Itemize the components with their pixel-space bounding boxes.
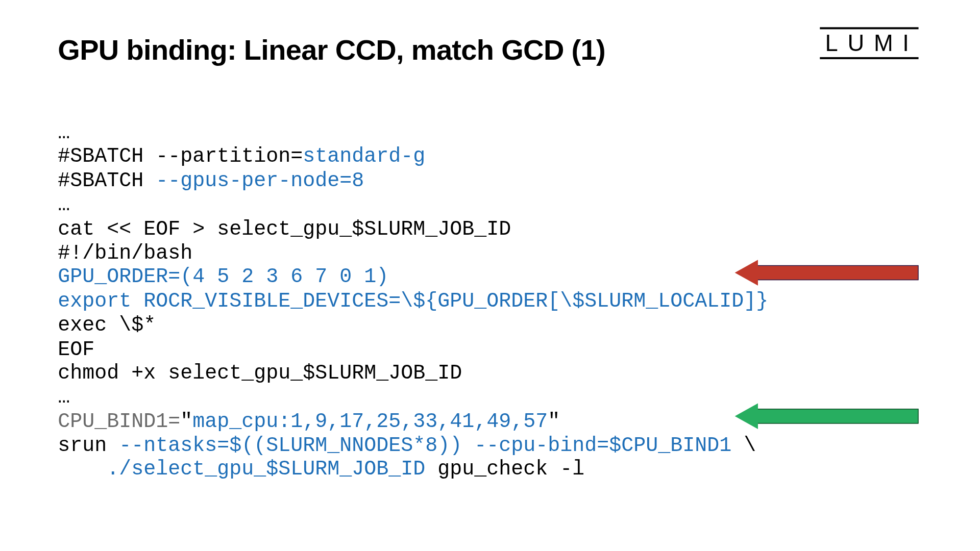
arrow-red-icon xyxy=(735,260,919,286)
lumi-logo: LUMI xyxy=(820,27,919,59)
code-line: cat << EOF > select_gpu_$SLURM_JOB_ID xyxy=(58,217,511,240)
code-line: #SBATCH --partition= xyxy=(58,145,303,168)
arrow-green-icon xyxy=(735,403,919,429)
code-line: #!/bin/bash xyxy=(58,241,192,264)
code-line: … xyxy=(58,193,70,216)
code-var: CPU_BIND1= xyxy=(58,410,180,433)
code-cmd: srun xyxy=(58,434,119,457)
code-token-param: ./select_gpu_$SLURM_JOB_ID xyxy=(107,458,437,481)
presentation-slide: GPU binding: Linear CCD, match GCD (1) L… xyxy=(0,0,980,551)
code-line-highlight: GPU_ORDER=(4 5 2 3 6 7 0 1) xyxy=(58,265,388,288)
code-line: EOF xyxy=(58,338,94,361)
code-quote: " xyxy=(548,410,560,433)
code-line: exec \$* xyxy=(58,314,156,337)
code-indent xyxy=(58,458,107,481)
code-line: #SBATCH xyxy=(58,169,156,192)
code-token-param: standard-g xyxy=(303,145,425,168)
code-cmd: gpu_check -l xyxy=(437,458,584,481)
code-quote: " xyxy=(180,410,192,433)
code-line: chmod +x select_gpu_$SLURM_JOB_ID xyxy=(58,362,462,385)
code-line: … xyxy=(58,386,70,409)
code-line-highlight: export ROCR_VISIBLE_DEVICES=\${GPU_ORDER… xyxy=(58,290,768,313)
code-cont: \ xyxy=(744,434,756,457)
code-line: … xyxy=(58,121,70,144)
code-token-param: --gpus-per-node=8 xyxy=(156,169,364,192)
code-token-param: --ntasks=$((SLURM_NNODES*8)) --cpu-bind=… xyxy=(119,434,744,457)
slide-title: GPU binding: Linear CCD, match GCD (1) xyxy=(58,34,922,67)
code-token-param: map_cpu:1,9,17,25,33,41,49,57 xyxy=(192,410,548,433)
